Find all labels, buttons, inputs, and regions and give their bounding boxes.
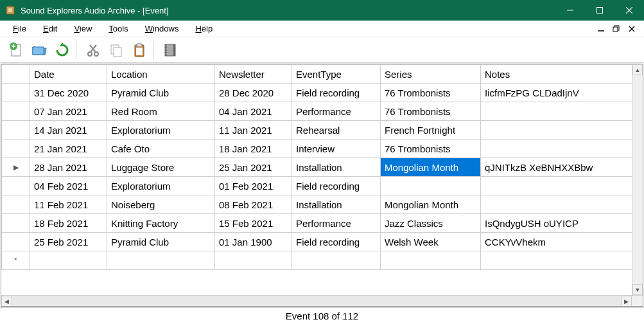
cell-date[interactable]: 14 Jan 2021 [30, 121, 107, 140]
row-gutter[interactable] [2, 102, 30, 121]
table-row[interactable]: ▶28 Jan 2021Luggage Store25 Jan 2021Inst… [2, 158, 643, 177]
cell-newsletter[interactable]: 01 Feb 2021 [215, 177, 292, 195]
minimize-button[interactable] [555, 0, 585, 21]
close-button[interactable] [614, 0, 644, 21]
cell-series[interactable]: French Fortnight [381, 121, 481, 140]
scroll-right-button[interactable]: ▶ [621, 296, 632, 307]
cell-location[interactable]: Pyramid Club [107, 84, 215, 102]
cell-location[interactable]: Pyramid Club [107, 233, 215, 251]
cut-button[interactable] [82, 39, 104, 61]
row-gutter[interactable] [2, 233, 30, 251]
cell-notes[interactable]: IsQndygUSH oUYICP [481, 214, 643, 233]
vertical-scroll-track[interactable] [632, 75, 643, 284]
new-button[interactable] [5, 39, 27, 61]
menu-view[interactable]: View [71, 22, 94, 35]
cell-location[interactable]: Knitting Factory [107, 214, 215, 233]
refresh-button[interactable] [51, 39, 73, 61]
cell-newsletter[interactable]: 15 Feb 2021 [215, 214, 292, 233]
menu-edit[interactable]: Edit [40, 22, 60, 35]
menu-tools[interactable]: Tools [106, 22, 130, 35]
table-row[interactable]: 11 Feb 2021Noiseberg08 Feb 2021Installat… [2, 195, 643, 214]
row-gutter[interactable] [2, 84, 30, 102]
cell-notes[interactable]: qJNITkzB XeBNHXXBbw [481, 158, 643, 177]
cell-newsletter[interactable]: 18 Jan 2021 [215, 140, 292, 158]
cell-eventType[interactable]: Field recording [292, 177, 381, 195]
menu-windows[interactable]: Windows [143, 22, 182, 35]
cell-eventType[interactable]: Installation [292, 195, 381, 214]
cell-newsletter[interactable]: 11 Jan 2021 [215, 121, 292, 140]
cell-eventType[interactable]: Installation [292, 158, 381, 177]
cell-date[interactable]: 04 Feb 2021 [30, 177, 107, 195]
table-row[interactable]: 31 Dec 2020Pyramid Club28 Dec 2020Field … [2, 84, 643, 102]
paste-button[interactable] [128, 39, 150, 61]
cell-date[interactable]: 11 Feb 2021 [30, 195, 107, 214]
cell-series[interactable]: Mongolian Month [381, 195, 481, 214]
menu-file[interactable]: File [10, 22, 29, 35]
cell-series[interactable] [381, 251, 481, 270]
cell-newsletter[interactable]: 25 Jan 2021 [215, 158, 292, 177]
row-gutter[interactable] [2, 121, 30, 140]
cell-eventType[interactable]: Rehearsal [292, 121, 381, 140]
cell-location[interactable]: Exploratorium [107, 177, 215, 195]
cell-date[interactable]: 18 Feb 2021 [30, 214, 107, 233]
horizontal-scrollbar[interactable]: ◀ ▶ [1, 295, 643, 306]
cell-location[interactable]: Exploratorium [107, 121, 215, 140]
cell-date[interactable]: 28 Jan 2021 [30, 158, 107, 177]
menu-help[interactable]: Help [193, 22, 215, 35]
row-gutter[interactable] [2, 177, 30, 195]
mdi-restore-button[interactable] [611, 23, 622, 35]
cell-series[interactable]: Mongolian Month [381, 158, 481, 177]
cell-notes[interactable]: IicfmFzPG CLDadIjnV [481, 84, 643, 102]
cell-notes[interactable] [481, 195, 643, 214]
cell-eventType[interactable]: Field recording [292, 84, 381, 102]
cell-eventType[interactable]: Performance [292, 214, 381, 233]
column-header-date[interactable]: Date [30, 65, 107, 84]
cell-notes[interactable] [481, 177, 643, 195]
cell-eventType[interactable]: Performance [292, 102, 381, 121]
cell-notes[interactable] [481, 102, 643, 121]
cell-notes[interactable] [481, 121, 643, 140]
column-header-eventtype[interactable]: EventType [292, 65, 381, 84]
cell-location[interactable]: Red Room [107, 102, 215, 121]
column-header-location[interactable]: Location [107, 65, 215, 84]
column-header-series[interactable]: Series [381, 65, 481, 84]
cell-series[interactable]: Welsh Week [381, 233, 481, 251]
cell-eventType[interactable]: Field recording [292, 233, 381, 251]
cell-location[interactable] [107, 251, 215, 270]
table-row[interactable]: 07 Jan 2021Red Room04 Jan 2021Performanc… [2, 102, 643, 121]
cell-series[interactable] [381, 177, 481, 195]
column-header-notes[interactable]: Notes [481, 65, 643, 84]
table-row[interactable]: 18 Feb 2021Knitting Factory15 Feb 2021Pe… [2, 214, 643, 233]
table-row[interactable]: 21 Jan 2021Cafe Oto18 Jan 2021Interview7… [2, 140, 643, 158]
cell-newsletter[interactable]: 28 Dec 2020 [215, 84, 292, 102]
vertical-scrollbar[interactable]: ▲ ▼ [632, 64, 643, 295]
table-row[interactable]: * [2, 251, 643, 270]
cell-location[interactable]: Luggage Store [107, 158, 215, 177]
row-gutter[interactable]: ▶ [2, 158, 30, 177]
cell-eventType[interactable] [292, 251, 381, 270]
table-row[interactable]: 25 Feb 2021Pyramid Club01 Jan 1900Field … [2, 233, 643, 251]
copy-button[interactable] [105, 39, 127, 61]
cell-date[interactable] [30, 251, 107, 270]
film-button[interactable] [159, 39, 181, 61]
cell-series[interactable]: 76 Trombonists [381, 140, 481, 158]
cell-series[interactable]: Jazz Classics [381, 214, 481, 233]
table-row[interactable]: 04 Feb 2021Exploratorium01 Feb 2021Field… [2, 177, 643, 195]
scroll-left-button[interactable]: ◀ [1, 296, 12, 307]
gutter-header[interactable] [2, 65, 30, 84]
scroll-down-button[interactable]: ▼ [632, 284, 643, 295]
mdi-close-button[interactable] [626, 23, 638, 35]
cell-newsletter[interactable]: 01 Jan 1900 [215, 233, 292, 251]
cell-series[interactable]: 76 Trombonists [381, 102, 481, 121]
cell-notes[interactable] [481, 140, 643, 158]
data-grid[interactable]: Date Location Newsletter EventType Serie… [1, 64, 643, 307]
cell-newsletter[interactable] [215, 251, 292, 270]
mdi-minimize-button[interactable] [595, 23, 607, 35]
cell-location[interactable]: Noiseberg [107, 195, 215, 214]
cell-date[interactable]: 25 Feb 2021 [30, 233, 107, 251]
column-header-newsletter[interactable]: Newsletter [215, 65, 292, 84]
maximize-button[interactable] [585, 0, 614, 21]
table-row[interactable]: 14 Jan 2021Exploratorium11 Jan 2021Rehea… [2, 121, 643, 140]
cell-notes[interactable]: CCKYvVhekm [481, 233, 643, 251]
cell-date[interactable]: 21 Jan 2021 [30, 140, 107, 158]
